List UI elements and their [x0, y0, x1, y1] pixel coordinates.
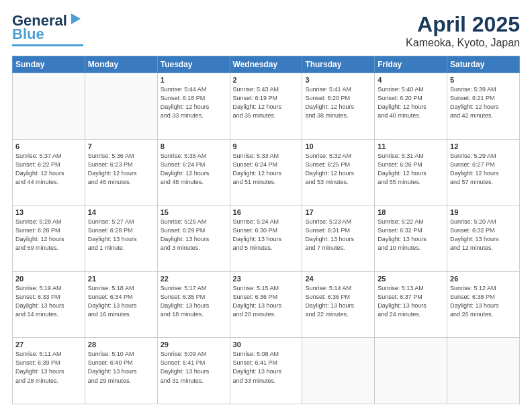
day-info: Sunrise: 5:24 AMSunset: 6:30 PMDaylight:…: [233, 218, 300, 253]
day-number: 30: [233, 340, 300, 349]
calendar-cell: 25Sunrise: 5:13 AMSunset: 6:37 PMDayligh…: [375, 271, 447, 338]
calendar-header-monday: Monday: [85, 56, 157, 73]
calendar-cell: 13Sunrise: 5:28 AMSunset: 6:28 PMDayligh…: [13, 205, 85, 272]
calendar-cell: 26Sunrise: 5:12 AMSunset: 6:38 PMDayligh…: [447, 271, 520, 338]
day-number: 4: [378, 76, 444, 84]
calendar-cell: 2Sunrise: 5:43 AMSunset: 6:19 PMDaylight…: [230, 73, 302, 140]
day-number: 1: [161, 76, 227, 84]
calendar-cell: 7Sunrise: 5:36 AMSunset: 6:23 PMDaylight…: [85, 139, 157, 205]
day-number: 10: [305, 142, 371, 150]
day-number: 20: [15, 275, 82, 283]
day-info: Sunrise: 5:12 AMSunset: 6:38 PMDaylight:…: [450, 284, 517, 319]
day-number: 7: [88, 142, 154, 150]
day-number: 15: [161, 208, 227, 216]
calendar-cell: 30Sunrise: 5:08 AMSunset: 6:41 PMDayligh…: [230, 338, 302, 404]
day-number: 13: [15, 208, 82, 216]
main-title: April 2025: [406, 12, 520, 37]
day-number: 2: [233, 76, 300, 84]
logo-blue: Blue: [12, 26, 44, 43]
calendar-cell: 1Sunrise: 5:44 AMSunset: 6:18 PMDaylight…: [157, 73, 230, 140]
calendar-cell: 10Sunrise: 5:32 AMSunset: 6:25 PMDayligh…: [302, 139, 375, 205]
subtitle: Kameoka, Kyoto, Japan: [406, 37, 520, 49]
day-number: 5: [450, 76, 517, 84]
calendar-cell: 11Sunrise: 5:31 AMSunset: 6:26 PMDayligh…: [375, 139, 447, 205]
day-info: Sunrise: 5:37 AMSunset: 6:22 PMDaylight:…: [15, 152, 82, 187]
calendar-cell: 6Sunrise: 5:37 AMSunset: 6:22 PMDaylight…: [13, 139, 85, 205]
calendar-cell: [13, 73, 85, 140]
calendar-cell: 28Sunrise: 5:10 AMSunset: 6:40 PMDayligh…: [85, 338, 157, 404]
day-info: Sunrise: 5:23 AMSunset: 6:31 PMDaylight:…: [305, 218, 371, 253]
calendar-cell: 21Sunrise: 5:18 AMSunset: 6:34 PMDayligh…: [85, 271, 157, 338]
day-number: 28: [88, 340, 154, 349]
page: General Blue April 2025 Kameoka, Kyoto, …: [0, 0, 532, 411]
calendar-cell: 14Sunrise: 5:27 AMSunset: 6:28 PMDayligh…: [85, 205, 157, 272]
calendar-cell: 16Sunrise: 5:24 AMSunset: 6:30 PMDayligh…: [230, 205, 302, 272]
calendar-cell: 20Sunrise: 5:19 AMSunset: 6:33 PMDayligh…: [13, 271, 85, 338]
svg-marker-0: [71, 13, 81, 24]
day-info: Sunrise: 5:15 AMSunset: 6:36 PMDaylight:…: [233, 284, 300, 319]
calendar-cell: 23Sunrise: 5:15 AMSunset: 6:36 PMDayligh…: [230, 271, 302, 338]
day-info: Sunrise: 5:20 AMSunset: 6:32 PMDaylight:…: [450, 218, 517, 253]
calendar-row-2: 13Sunrise: 5:28 AMSunset: 6:28 PMDayligh…: [13, 205, 520, 272]
day-info: Sunrise: 5:09 AMSunset: 6:41 PMDaylight:…: [161, 350, 227, 385]
day-info: Sunrise: 5:35 AMSunset: 6:24 PMDaylight:…: [161, 152, 227, 187]
calendar-cell: [447, 338, 520, 404]
day-info: Sunrise: 5:28 AMSunset: 6:28 PMDaylight:…: [15, 218, 82, 253]
day-info: Sunrise: 5:25 AMSunset: 6:29 PMDaylight:…: [161, 218, 227, 253]
logo-icon: [69, 12, 83, 27]
calendar-cell: [375, 338, 447, 404]
day-number: 9: [233, 142, 300, 150]
calendar-cell: 5Sunrise: 5:39 AMSunset: 6:21 PMDaylight…: [447, 73, 520, 140]
calendar-cell: 15Sunrise: 5:25 AMSunset: 6:29 PMDayligh…: [157, 205, 230, 272]
day-info: Sunrise: 5:13 AMSunset: 6:37 PMDaylight:…: [378, 284, 444, 319]
calendar-header-friday: Friday: [375, 56, 447, 73]
calendar-cell: 9Sunrise: 5:33 AMSunset: 6:24 PMDaylight…: [230, 139, 302, 205]
day-info: Sunrise: 5:19 AMSunset: 6:33 PMDaylight:…: [15, 284, 82, 319]
day-info: Sunrise: 5:41 AMSunset: 6:20 PMDaylight:…: [305, 85, 371, 120]
day-info: Sunrise: 5:08 AMSunset: 6:41 PMDaylight:…: [233, 350, 300, 385]
calendar-header-tuesday: Tuesday: [157, 56, 230, 73]
header: General Blue April 2025 Kameoka, Kyoto, …: [12, 12, 520, 49]
calendar-header-sunday: Sunday: [13, 56, 85, 73]
day-number: 21: [88, 275, 154, 283]
calendar-cell: 24Sunrise: 5:14 AMSunset: 6:36 PMDayligh…: [302, 271, 375, 338]
day-number: 3: [305, 76, 371, 84]
title-section: April 2025 Kameoka, Kyoto, Japan: [406, 12, 520, 49]
day-info: Sunrise: 5:29 AMSunset: 6:27 PMDaylight:…: [450, 152, 517, 187]
day-number: 14: [88, 208, 154, 216]
calendar-cell: 4Sunrise: 5:40 AMSunset: 6:20 PMDaylight…: [375, 73, 447, 140]
day-info: Sunrise: 5:32 AMSunset: 6:25 PMDaylight:…: [305, 152, 371, 187]
day-number: 19: [450, 208, 517, 216]
calendar-cell: 19Sunrise: 5:20 AMSunset: 6:32 PMDayligh…: [447, 205, 520, 272]
calendar-cell: 17Sunrise: 5:23 AMSunset: 6:31 PMDayligh…: [302, 205, 375, 272]
day-info: Sunrise: 5:18 AMSunset: 6:34 PMDaylight:…: [88, 284, 154, 319]
day-info: Sunrise: 5:43 AMSunset: 6:19 PMDaylight:…: [233, 85, 300, 120]
calendar-cell: 12Sunrise: 5:29 AMSunset: 6:27 PMDayligh…: [447, 139, 520, 205]
day-number: 17: [305, 208, 371, 216]
day-number: 16: [233, 208, 300, 216]
calendar-table: SundayMondayTuesdayWednesdayThursdayFrid…: [12, 56, 520, 404]
day-info: Sunrise: 5:10 AMSunset: 6:40 PMDaylight:…: [88, 350, 154, 385]
calendar-cell: 8Sunrise: 5:35 AMSunset: 6:24 PMDaylight…: [157, 139, 230, 205]
calendar-header-row: SundayMondayTuesdayWednesdayThursdayFrid…: [13, 56, 520, 73]
calendar-row-3: 20Sunrise: 5:19 AMSunset: 6:33 PMDayligh…: [13, 271, 520, 338]
logo-underline: [12, 44, 83, 46]
day-info: Sunrise: 5:14 AMSunset: 6:36 PMDaylight:…: [305, 284, 371, 319]
day-number: 6: [15, 142, 82, 150]
day-info: Sunrise: 5:33 AMSunset: 6:24 PMDaylight:…: [233, 152, 300, 187]
day-number: 23: [233, 275, 300, 283]
day-number: 27: [15, 340, 82, 349]
calendar-cell: [85, 73, 157, 140]
day-info: Sunrise: 5:44 AMSunset: 6:18 PMDaylight:…: [161, 85, 227, 120]
calendar-cell: 29Sunrise: 5:09 AMSunset: 6:41 PMDayligh…: [157, 338, 230, 404]
day-info: Sunrise: 5:40 AMSunset: 6:20 PMDaylight:…: [378, 85, 444, 120]
calendar-cell: [302, 338, 375, 404]
calendar-cell: 3Sunrise: 5:41 AMSunset: 6:20 PMDaylight…: [302, 73, 375, 140]
calendar-row-1: 6Sunrise: 5:37 AMSunset: 6:22 PMDaylight…: [13, 139, 520, 205]
day-number: 24: [305, 275, 371, 283]
day-number: 22: [161, 275, 227, 283]
calendar-cell: 18Sunrise: 5:22 AMSunset: 6:32 PMDayligh…: [375, 205, 447, 272]
day-info: Sunrise: 5:17 AMSunset: 6:35 PMDaylight:…: [161, 284, 227, 319]
calendar-row-4: 27Sunrise: 5:11 AMSunset: 6:39 PMDayligh…: [13, 338, 520, 404]
day-info: Sunrise: 5:11 AMSunset: 6:39 PMDaylight:…: [15, 350, 82, 385]
